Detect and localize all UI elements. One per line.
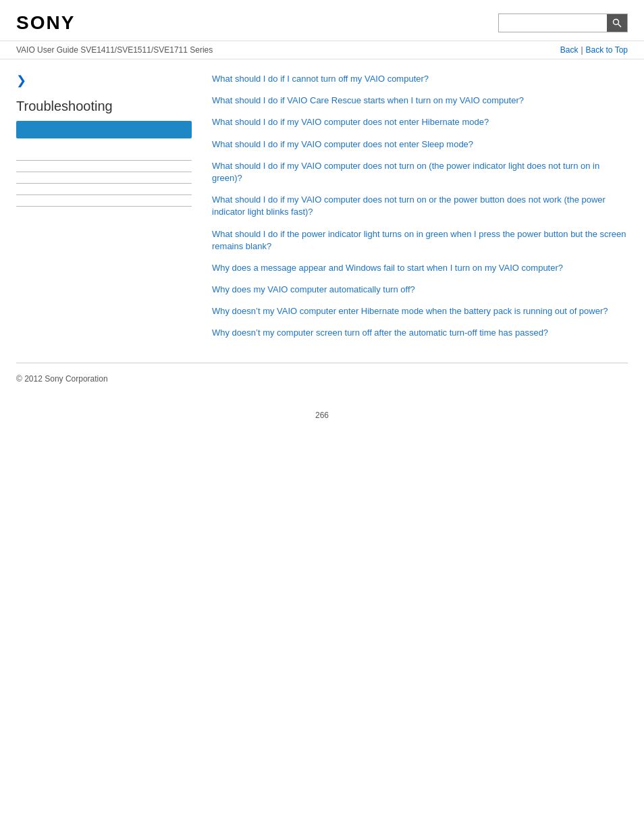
content-link-9[interactable]: Why does my VAIO computer automatically …	[212, 284, 628, 296]
svg-point-0	[614, 20, 619, 25]
expand-arrow[interactable]: ❯	[16, 73, 192, 88]
content-link-4[interactable]: What should I do if my VAIO computer doe…	[212, 138, 628, 151]
content-link-2[interactable]: What should I do if VAIO Care Rescue sta…	[212, 95, 628, 107]
nav-links: Back | Back to Top	[560, 45, 628, 55]
sidebar-link-5[interactable]	[16, 195, 192, 207]
sony-logo: SONY	[16, 12, 75, 34]
nav-bar: VAIO User Guide SVE1411/SVE1511/SVE1711 …	[0, 41, 644, 59]
content-link-3[interactable]: What should I do if my VAIO computer doe…	[212, 116, 628, 128]
footer: © 2012 Sony Corporation	[0, 363, 644, 404]
sidebar-link-1[interactable]	[16, 149, 192, 161]
content-link-10[interactable]: Why doesn’t my VAIO computer enter Hiber…	[212, 305, 628, 317]
content-area: What should I do if I cannot turn off my…	[205, 73, 628, 349]
content-link-7[interactable]: What should I do if the power indicator …	[212, 228, 628, 253]
page-number: 266	[0, 404, 644, 434]
search-container	[498, 14, 628, 32]
content-link-1[interactable]: What should I do if I cannot turn off my…	[212, 73, 628, 85]
content-link-5[interactable]: What should I do if my VAIO computer doe…	[212, 160, 628, 184]
sidebar: ❯ Troubleshooting	[16, 73, 205, 349]
content-link-11[interactable]: Why doesn’t my computer screen turn off …	[212, 327, 628, 339]
sidebar-link-3[interactable]	[16, 172, 192, 184]
sidebar-section-title: Troubleshooting	[16, 99, 192, 114]
svg-line-1	[618, 24, 621, 27]
sidebar-highlight-bar	[16, 121, 192, 138]
sidebar-link-4[interactable]	[16, 184, 192, 195]
content-link-6[interactable]: What should I do if my VAIO computer doe…	[212, 194, 628, 218]
back-link[interactable]: Back	[560, 45, 579, 55]
copyright-text: © 2012 Sony Corporation	[16, 374, 108, 384]
search-input[interactable]	[499, 14, 607, 32]
main-content: ❯ Troubleshooting What should I do if I …	[0, 59, 644, 363]
nav-title: VAIO User Guide SVE1411/SVE1511/SVE1711 …	[16, 45, 213, 55]
back-to-top-link[interactable]: Back to Top	[586, 45, 628, 55]
content-link-8[interactable]: Why does a message appear and Windows fa…	[212, 262, 628, 274]
page-header: SONY	[0, 0, 644, 41]
search-button[interactable]	[607, 14, 627, 32]
nav-separator: |	[581, 45, 583, 55]
sidebar-link-2[interactable]	[16, 161, 192, 172]
search-icon	[612, 18, 622, 28]
